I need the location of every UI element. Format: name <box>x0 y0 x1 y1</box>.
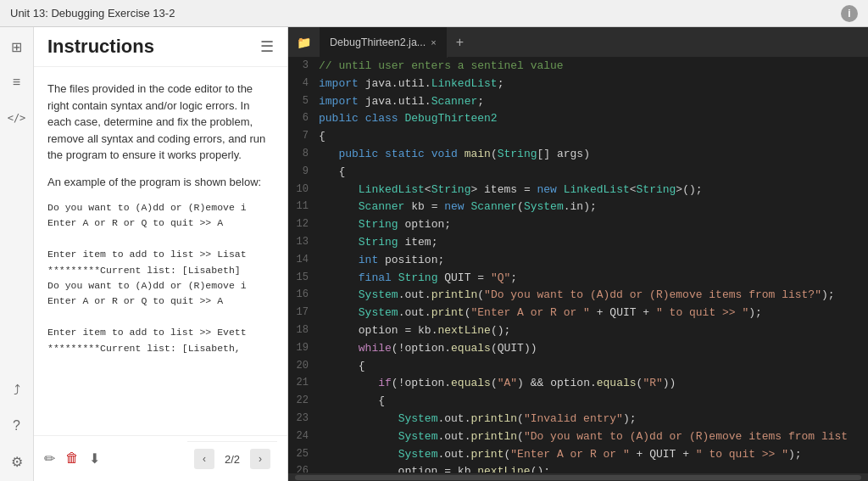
table-row: 24 System.out.println("Do you want to (A… <box>288 428 868 446</box>
close-tab-button[interactable]: × <box>431 37 436 48</box>
table-row: 5 import java.util.Scanner; <box>288 93 868 111</box>
instructions-panel: Instructions ☰ The files provided in the… <box>34 27 288 481</box>
table-row: 7 { <box>288 128 868 146</box>
table-row: 21 if(!option.equals("A") && option.equa… <box>288 375 868 393</box>
table-row: 20 { <box>288 358 868 376</box>
instructions-text-2: An example of the program is shown below… <box>47 174 274 191</box>
title-bar: Unit 13: Debugging Exercise 13-2 i <box>0 0 868 27</box>
table-row: 18 option = kb.nextLine(); <box>288 322 868 340</box>
settings-icon[interactable]: ⚙ <box>4 449 30 474</box>
instructions-body: The files provided in the code editor to… <box>34 67 287 435</box>
table-row: 16 System.out.println("Do you want to (A… <box>288 287 868 305</box>
instructions-header: Instructions ☰ <box>34 27 287 67</box>
table-row: 9 { <box>288 164 868 182</box>
pagination: ‹ 2/2 › <box>187 441 277 476</box>
editor-area: 📁 DebugThirteen2.ja... × + 3 // until us… <box>288 27 868 481</box>
chart-icon[interactable]: ≡ <box>4 70 30 95</box>
table-row: 26 option = kb.nextLine(); <box>288 463 868 473</box>
icon-sidebar: ⊞ ≡ </> ⤴ ? ⚙ <box>0 27 34 481</box>
download-icon[interactable]: ⬇ <box>89 450 100 467</box>
code-icon[interactable]: </> <box>4 105 30 131</box>
table-row: 11 Scanner kb = new Scanner(System.in); <box>288 199 868 216</box>
table-row: 19 while(!option.equals(QUIT)) <box>288 340 868 358</box>
prev-page-button[interactable]: ‹ <box>194 449 214 469</box>
table-row: 12 String option; <box>288 216 868 234</box>
instructions-text-1: The files provided in the code editor to… <box>47 81 274 164</box>
next-page-button[interactable]: › <box>250 449 270 469</box>
table-row: 10 LinkedList<String> items = new Linked… <box>288 182 868 199</box>
editor-tab[interactable]: DebugThirteen2.ja... × <box>320 27 448 58</box>
instructions-title: Instructions <box>47 36 154 58</box>
table-row: 14 int position; <box>288 252 868 270</box>
hamburger-button[interactable]: ☰ <box>260 37 274 56</box>
tab-label: DebugThirteen2.ja... <box>330 36 426 48</box>
title-bar-text: Unit 13: Debugging Exercise 13-2 <box>10 7 175 20</box>
table-row: 23 System.out.println("Invalid entry"); <box>288 411 868 428</box>
info-button[interactable]: i <box>841 5 858 22</box>
table-row: 15 final String QUIT = "Q"; <box>288 270 868 288</box>
folder-icon[interactable]: 📁 <box>288 36 320 49</box>
table-row: 4 import java.util.LinkedList; <box>288 76 868 93</box>
table-row: 6 public class DebugThirteen2 <box>288 110 868 128</box>
table-row: 13 String item; <box>288 234 868 252</box>
bottom-icons: ✏ 🗑 ⬇ <box>44 450 100 467</box>
edit-icon[interactable]: ✏ <box>44 450 55 467</box>
code-editor[interactable]: 3 // until user enters a sentinel value … <box>288 58 868 473</box>
code-example: Do you want to (A)dd or (R)emove i Enter… <box>47 200 274 356</box>
add-tab-button[interactable]: + <box>448 35 472 50</box>
page-info: 2/2 <box>225 453 240 466</box>
instructions-bottom: ✏ 🗑 ⬇ ‹ 2/2 › <box>34 435 287 481</box>
table-row: 17 System.out.print("Enter A or R or " +… <box>288 305 868 322</box>
table-row: 25 System.out.print("Enter A or R or " +… <box>288 446 868 464</box>
tab-bar: 📁 DebugThirteen2.ja... × + <box>288 27 868 58</box>
table-row: 3 // until user enters a sentinel value <box>288 58 868 76</box>
delete-icon[interactable]: 🗑 <box>65 450 79 467</box>
help-icon[interactable]: ? <box>4 413 30 439</box>
table-row: 22 { <box>288 393 868 411</box>
layout-icon[interactable]: ⊞ <box>4 34 30 59</box>
horizontal-scrollbar[interactable] <box>288 473 868 481</box>
share-icon[interactable]: ⤴ <box>4 378 30 403</box>
table-row: 8 public static void main(String[] args) <box>288 146 868 164</box>
